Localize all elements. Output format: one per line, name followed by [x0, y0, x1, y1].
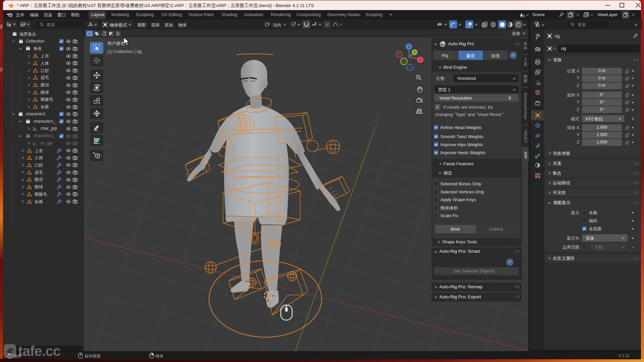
svg-text:X: X: [419, 58, 422, 62]
svg-text:Y: Y: [414, 51, 416, 54]
svg-text:Z: Z: [408, 45, 410, 49]
